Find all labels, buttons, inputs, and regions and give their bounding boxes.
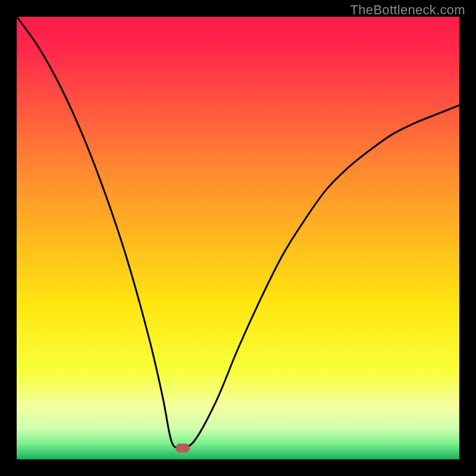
plot-svg	[17, 17, 459, 459]
watermark-text: TheBottleneck.com	[350, 2, 465, 18]
chart-frame: TheBottleneck.com	[0, 0, 476, 476]
plot-area	[17, 17, 459, 459]
gradient-background	[17, 17, 459, 459]
optimal-marker	[176, 444, 190, 453]
